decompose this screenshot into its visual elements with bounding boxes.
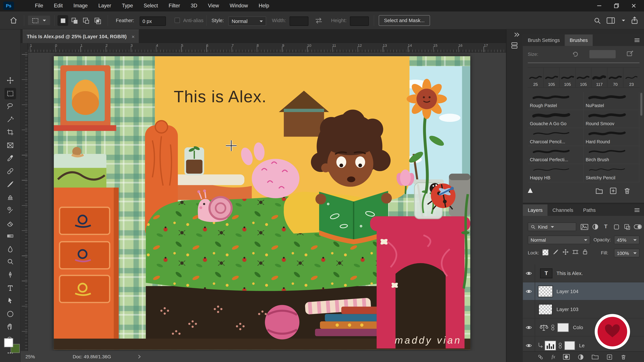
tool-pen[interactable] — [4, 269, 16, 281]
filter-pixel-icon[interactable] — [580, 224, 588, 230]
levels-thumbnail[interactable] — [544, 340, 556, 350]
layer-name[interactable]: This is Alex. — [556, 270, 583, 276]
foreground-color-swatch[interactable] — [4, 338, 13, 347]
brush-tip-marker-icon[interactable] — [527, 187, 534, 194]
horizontal-ruler[interactable]: 1 0 1 2 3 4 5 6 7 8 9 10 11 12 13 14 15 … — [28, 43, 506, 52]
tab-brushes[interactable]: Brushes — [565, 34, 593, 46]
tool-hand[interactable] — [4, 321, 16, 333]
menu-image[interactable]: Image — [68, 0, 93, 11]
brush-preset[interactable]: Hard Round — [584, 128, 640, 146]
brush-preset[interactable]: Sketchy Pencil — [584, 164, 640, 182]
layer-filter-kind-select[interactable]: Kind — [528, 222, 576, 231]
blend-mode-select[interactable]: Normal — [528, 236, 590, 244]
restore-button[interactable] — [614, 3, 619, 8]
zoom-level[interactable]: 25% — [26, 354, 35, 359]
filter-shape-icon[interactable] — [613, 224, 620, 230]
brush-tip[interactable]: 25 — [528, 68, 544, 87]
layer-name[interactable]: Layer 103 — [556, 306, 578, 312]
brushes-panel-menu-icon[interactable] — [634, 38, 640, 42]
workspace-caret-icon[interactable] — [622, 20, 625, 21]
style-select[interactable]: Normal — [228, 16, 266, 26]
new-layer-icon[interactable] — [606, 354, 613, 360]
width-input[interactable] — [290, 16, 308, 26]
brush-preset[interactable]: Charcoal Perfecti... — [528, 146, 584, 164]
visibility-toggle-off[interactable] — [523, 300, 535, 318]
new-selection-button[interactable] — [58, 15, 68, 26]
filter-type-icon[interactable]: T — [604, 223, 607, 229]
tool-frame[interactable] — [4, 140, 16, 151]
add-to-selection-button[interactable] — [69, 15, 80, 26]
tool-ellipse[interactable] — [4, 308, 16, 320]
brushes-scrollbar[interactable] — [640, 92, 642, 182]
pixel-layer-thumbnail[interactable] — [538, 286, 552, 297]
tool-brush[interactable] — [4, 178, 16, 190]
status-chevron-icon[interactable] — [137, 354, 142, 359]
menu-edit[interactable]: Edit — [48, 0, 68, 11]
brush-folder-icon[interactable] — [595, 187, 604, 195]
collapse-panels-icon[interactable] — [514, 32, 520, 38]
brush-panel-toggle-icon[interactable] — [626, 50, 634, 57]
share-icon[interactable] — [630, 16, 639, 26]
tool-object-selection[interactable] — [4, 114, 16, 125]
menu-type[interactable]: Type — [116, 0, 138, 11]
search-icon[interactable] — [593, 16, 602, 26]
visibility-toggle[interactable] — [523, 336, 535, 351]
tool-eraser[interactable] — [4, 218, 16, 229]
filter-toggle-switch[interactable] — [634, 224, 642, 229]
menu-window[interactable]: Window — [224, 0, 254, 11]
brush-tip[interactable]: 70 — [608, 68, 624, 87]
opacity-select[interactable]: 45% — [614, 236, 640, 244]
vertical-ruler[interactable] — [20, 52, 28, 351]
add-mask-icon[interactable] — [562, 354, 570, 360]
menu-file[interactable]: File — [30, 0, 48, 11]
document-canvas[interactable]: This is Alex. maddy vian — [54, 56, 470, 350]
new-group-icon[interactable] — [591, 354, 599, 360]
feather-input[interactable]: 0 px — [140, 16, 166, 26]
new-adjustment-icon[interactable] — [577, 354, 584, 360]
close-button[interactable] — [631, 3, 636, 8]
workspace-icon[interactable] — [606, 17, 615, 26]
close-tab-icon[interactable]: × — [132, 33, 135, 40]
minimize-button[interactable] — [596, 3, 602, 8]
overlay-badge[interactable] — [594, 314, 630, 350]
brush-preset[interactable]: Gouache A Go Go — [528, 110, 584, 128]
layer-name[interactable]: Colo — [573, 325, 583, 330]
delete-layer-icon[interactable] — [620, 354, 626, 360]
lock-position-icon[interactable] — [562, 249, 569, 255]
new-brush-icon[interactable] — [609, 187, 617, 195]
menu-help[interactable]: Help — [253, 0, 274, 11]
tool-blur[interactable] — [4, 243, 16, 255]
layer-row-text[interactable]: T This is Alex. — [523, 264, 644, 282]
tool-preset-picker[interactable] — [28, 15, 50, 25]
brush-preset[interactable]: Birch Brush — [584, 146, 640, 164]
visibility-toggle[interactable] — [523, 318, 535, 336]
brush-tip[interactable]: 105 — [544, 68, 560, 87]
tool-crop[interactable] — [4, 126, 16, 138]
height-input[interactable] — [350, 16, 369, 26]
layers-panel-menu-icon[interactable] — [634, 208, 640, 213]
visibility-toggle[interactable] — [523, 282, 535, 300]
lock-all-icon[interactable] — [582, 248, 588, 255]
tool-clone-stamp[interactable] — [4, 191, 16, 203]
filter-smart-object-icon[interactable] — [624, 224, 630, 230]
document-tab[interactable]: This Is Alex.psd @ 25% (Layer 104, RGB/8… — [23, 29, 139, 43]
link-layers-icon[interactable] — [537, 354, 544, 360]
layer-row-selected[interactable]: Layer 104 — [523, 282, 644, 301]
tool-eyedropper[interactable] — [4, 153, 16, 164]
tab-channels[interactable]: Channels — [548, 204, 578, 216]
pixel-layer-thumbnail[interactable] — [538, 304, 552, 315]
menu-layer[interactable]: Layer — [93, 0, 116, 11]
menu-view[interactable]: View — [202, 0, 224, 11]
select-and-mask-button[interactable]: Select and Mask... — [379, 15, 430, 26]
visibility-toggle[interactable] — [523, 264, 535, 282]
brush-preset[interactable]: Rough Pastel — [528, 92, 584, 110]
brush-preset[interactable]: Happy HB — [528, 164, 584, 182]
delete-brush-icon[interactable] — [623, 187, 631, 195]
brush-tip[interactable]: 105 — [576, 68, 592, 87]
tool-path-selection[interactable] — [4, 295, 16, 307]
swap-dimensions-icon[interactable] — [314, 17, 323, 25]
layer-name[interactable]: Layer 104 — [556, 288, 578, 294]
brush-preset[interactable]: NuPastel — [584, 92, 640, 110]
text-layer-thumbnail[interactable]: T — [540, 268, 552, 278]
layer-style-fx-icon[interactable]: fx — [552, 354, 555, 360]
